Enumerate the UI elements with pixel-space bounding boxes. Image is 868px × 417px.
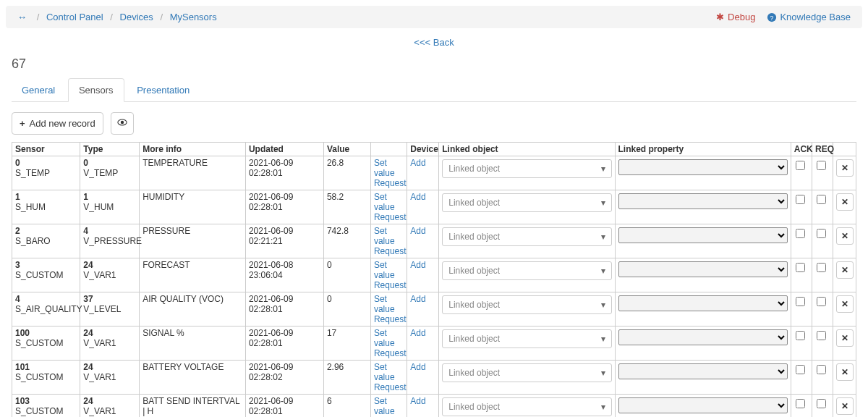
sensor-id: 3 [15,260,77,270]
req-checkbox[interactable] [817,331,826,340]
sensors-table: Sensor Type More info Updated Value Devi… [12,142,856,417]
add-device-link[interactable]: Add [410,328,425,338]
tab-general[interactable]: General [12,79,65,101]
delete-row-button[interactable]: ✕ [836,363,854,381]
sensor-id: 100 [15,328,77,338]
sensor-name: S_BARO [15,236,77,246]
ack-checkbox[interactable] [796,297,805,306]
request-link[interactable]: Request [374,382,407,392]
set-value-link[interactable]: Set value [374,294,395,314]
back-link[interactable]: <<< Back [414,37,454,48]
delete-row-button[interactable]: ✕ [836,261,854,279]
linked-property-select[interactable] [618,159,788,175]
add-device-link[interactable]: Add [410,192,425,202]
set-value-link[interactable]: Set value [374,226,395,246]
add-device-link[interactable]: Add [410,396,425,406]
info-cell: SIGNAL % [140,327,246,361]
sensor-id: 2 [15,226,77,236]
sensor-name: S_HUM [15,202,77,212]
req-checkbox[interactable] [817,195,826,204]
add-device-link[interactable]: Add [410,362,425,372]
request-link[interactable]: Request [374,314,407,324]
add-device-link[interactable]: Add [410,226,425,236]
linked-object-select[interactable]: Linked object▾ [442,363,611,382]
updated-cell: 2021-06-09 02:28:01 [245,292,323,327]
add-device-link[interactable]: Add [410,158,425,168]
set-value-link[interactable]: Set value [374,260,395,280]
set-value-link[interactable]: Set value [374,362,395,382]
page-title: 67 [12,56,856,72]
req-checkbox[interactable] [817,365,826,374]
delete-row-button[interactable]: ✕ [836,159,854,177]
delete-row-button[interactable]: ✕ [836,397,854,415]
set-value-link[interactable]: Set value [374,328,395,348]
close-icon: ✕ [841,231,848,241]
request-link[interactable]: Request [374,178,407,188]
eye-button[interactable] [111,112,134,135]
th-updated: Updated [245,143,323,156]
request-link[interactable]: Request [374,246,407,256]
linked-property-select[interactable] [618,329,788,345]
tab-sensors[interactable]: Sensors [68,78,124,102]
linked-property-select[interactable] [618,363,788,379]
add-device-link[interactable]: Add [410,260,425,270]
linked-object-select[interactable]: Linked object▾ [442,329,611,348]
delete-row-button[interactable]: ✕ [836,227,854,245]
breadcrumb-root[interactable]: Control Panel [46,12,103,22]
ack-checkbox[interactable] [796,263,805,272]
sensor-name: S_CUSTOM [15,406,77,416]
set-value-link[interactable]: Set value [374,396,395,416]
breadcrumb-mid[interactable]: Devices [120,12,153,22]
ack-checkbox[interactable] [796,331,805,340]
ack-checkbox[interactable] [796,365,805,374]
linked-property-select[interactable] [618,193,788,209]
ack-checkbox[interactable] [796,161,805,170]
set-value-link[interactable]: Set value [374,158,395,178]
linked-object-select[interactable]: Linked object▾ [442,159,611,178]
plus-icon: + [20,118,25,129]
info-cell: BATTERY VOLTAGE [140,361,246,395]
linked-object-select[interactable]: Linked object▾ [442,261,611,280]
linked-object-select[interactable]: Linked object▾ [442,227,611,246]
type-id: 24 [83,362,136,372]
delete-row-button[interactable]: ✕ [836,329,854,347]
req-checkbox[interactable] [817,229,826,238]
knowledge-base-link[interactable]: ? Knowledge Base [767,12,851,22]
linked-object-select[interactable]: Linked object▾ [442,295,611,314]
table-row: 100S_CUSTOM24V_VAR1SIGNAL %2021-06-09 02… [12,327,856,361]
request-link[interactable]: Request [374,212,407,222]
req-checkbox[interactable] [817,263,826,272]
swap-icon[interactable]: ↔ [17,12,27,22]
type-id: 24 [83,396,136,406]
delete-row-button[interactable]: ✕ [836,295,854,313]
ack-checkbox[interactable] [796,195,805,204]
add-record-button[interactable]: + Add new record [12,112,103,135]
ack-checkbox[interactable] [796,229,805,238]
linked-object-select[interactable]: Linked object▾ [442,397,611,416]
delete-row-button[interactable]: ✕ [836,193,854,211]
tab-presentation[interactable]: Presentation [127,79,200,101]
req-checkbox[interactable] [817,297,826,306]
info-cell: BATT SEND INTERTVAL | H [140,395,246,418]
request-link[interactable]: Request [374,280,407,290]
debug-link[interactable]: ✱ Debug [715,12,755,22]
req-checkbox[interactable] [817,161,826,170]
ack-checkbox[interactable] [796,399,805,408]
th-type: Type [80,143,140,156]
set-value-link[interactable]: Set value [374,192,395,212]
req-checkbox[interactable] [817,399,826,408]
updated-cell: 2021-06-09 02:28:01 [245,190,323,224]
breadcrumb-leaf[interactable]: MySensors [170,12,217,22]
updated-cell: 2021-06-09 02:21:21 [245,224,323,258]
close-icon: ✕ [841,367,848,377]
add-device-link[interactable]: Add [410,294,425,304]
linked-property-select[interactable] [618,295,788,311]
th-value: Value [323,143,370,156]
type-id: 0 [83,158,136,168]
linked-property-select[interactable] [618,261,788,277]
linked-object-select[interactable]: Linked object▾ [442,193,611,212]
request-link[interactable]: Request [374,348,407,358]
linked-property-select[interactable] [618,397,788,413]
linked-property-select[interactable] [618,227,788,243]
type-id: 24 [83,328,136,338]
